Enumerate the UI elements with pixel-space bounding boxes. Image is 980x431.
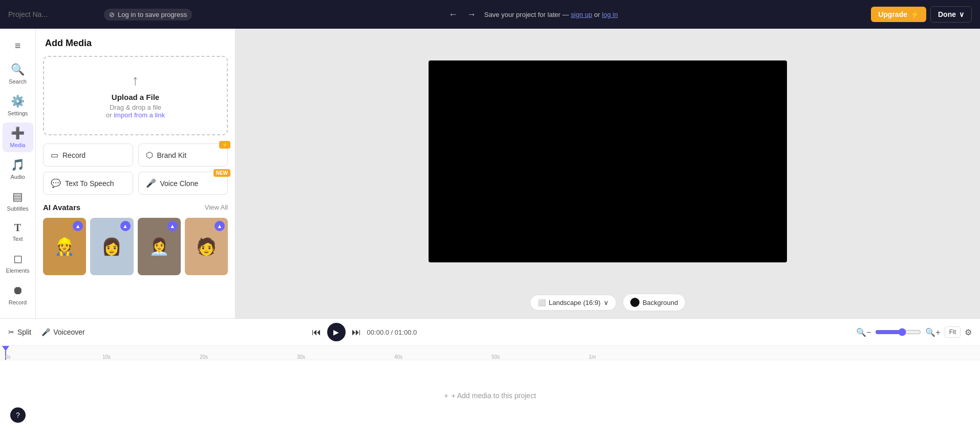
tick-20s: 20s [200,354,208,360]
sidebar-label-settings: Settings [8,110,28,116]
avatar-3-badge: ▲ [167,221,178,231]
help-button[interactable]: ? [10,407,26,423]
or-text: or [594,11,600,18]
upgrade-button[interactable]: Upgrade ⚡ [871,7,926,22]
current-time-value: 00:00.0 [367,329,389,336]
sidebar-item-media[interactable]: ➕ Media [3,122,33,152]
redo-button[interactable]: → [464,7,479,22]
fit-button[interactable]: Fit [945,326,961,338]
aspect-label: Landscape (16:9) [549,299,601,306]
upgrade-label: Upgrade [878,10,907,18]
canvas-preview [236,29,980,294]
plus-icon: + [444,392,448,400]
add-icon: ➕ [11,127,25,140]
sidebar-item-audio[interactable]: 🎵 Audio [3,154,33,184]
subtitles-icon: ▤ [12,190,23,203]
project-name-input[interactable] [8,10,98,18]
tick-0s: 0s [5,354,11,360]
log-in-link[interactable]: log in [602,11,618,18]
settings-icon: ⚙️ [11,95,25,108]
voice-clone-badge: NEW [214,169,230,177]
panel-title: Add Media [36,29,235,56]
text-to-speech-button[interactable]: 💬 Text To Speech [43,172,133,195]
aspect-ratio-button[interactable]: ⬜ Landscape (16:9) ∨ [530,295,616,311]
background-button[interactable]: Background [623,294,686,311]
tick-1m: 1m [589,354,596,360]
avatar-4-badge: ▲ [215,221,225,231]
voiceover-icon: 🎤 [41,328,50,336]
cloud-off-icon: ⊘ [109,11,115,18]
zoom-in-button[interactable]: 🔍+ [925,327,940,337]
sidebar-label-text: Text [12,236,23,242]
offline-label: Log in to save progress [118,11,187,18]
play-button[interactable]: ▶ [327,323,346,341]
add-media-hint[interactable]: + + Add media to this project [444,392,536,400]
upload-subtitle: Drag & drop a file or import from a link [54,104,217,119]
voiceover-button[interactable]: 🎤 Voiceover [41,328,84,336]
audio-icon: 🎵 [11,158,25,172]
timeline-ruler: 0s 10s 20s 30s 40s 50s 1m [0,346,980,360]
offline-badge[interactable]: ⊘ Log in to save progress [104,9,192,20]
avatar-2-badge: ▲ [120,221,131,231]
sign-up-link[interactable]: sign up [571,11,592,18]
timeline-toolbar: ✂ Split 🎤 Voiceover ⏮ ▶ ⏭ 00:00.0 / 01:0… [0,319,980,346]
sidebar-label-audio: Audio [10,174,25,180]
upload-zone[interactable]: ↑ Upload a File Drag & drop a file or im… [43,56,228,135]
record-icon: ⏺ [12,284,24,297]
split-button[interactable]: ✂ Split [8,328,31,336]
save-message: Save your project for later — sign up or… [484,11,618,18]
aspect-chevron-icon: ∨ [604,299,609,306]
sidebar-label-subtitles: Subtitles [7,206,28,212]
avatar-card-3[interactable]: 👩‍💼 ▲ [138,218,181,275]
sidebar-item-text[interactable]: T Text [3,218,33,246]
playhead-arrow [2,346,9,351]
brand-kit-label: Brand Kit [157,151,187,159]
sidebar-item-record[interactable]: ⏺ Record [3,280,33,310]
sidebar-item-search[interactable]: 🔍 Search [3,59,33,89]
record-btn-label: Record [62,151,86,159]
sidebar-item-elements[interactable]: ◻ Elements [3,248,33,278]
canvas-area: ⬜ Landscape (16:9) ∨ Background [236,29,980,318]
record-button[interactable]: ▭ Record [43,143,133,167]
topbar-right: Upgrade ⚡ Done ∨ [871,6,972,23]
zoom-out-button[interactable]: 🔍− [856,327,871,337]
hamburger-icon[interactable]: ≡ [10,35,26,57]
fast-forward-button[interactable]: ⏭ [350,325,363,340]
avatars-title: AI Avatars [43,203,80,212]
upload-icon: ↑ [54,72,217,89]
undo-redo-group: ← → [445,7,479,22]
sidebar-label-media: Media [10,142,26,148]
voiceover-label: Voiceover [53,328,84,336]
view-all-button[interactable]: View All [205,203,228,211]
import-link[interactable]: import from a link [114,111,165,119]
timeline-settings-button[interactable]: ⚙ [965,327,972,337]
media-buttons-grid: ▭ Record ⬡ Brand Kit ⚡ 💬 Text To Speech … [36,143,235,203]
search-icon: 🔍 [11,63,25,76]
split-label: Split [17,328,31,336]
time-sep: / [391,329,393,336]
zoom-controls: 🔍− 🔍+ Fit ⚙ [856,326,972,338]
done-button[interactable]: Done ∨ [930,6,972,23]
video-canvas [429,60,787,262]
timeline: ✂ Split 🎤 Voiceover ⏮ ▶ ⏭ 00:00.0 / 01:0… [0,318,980,431]
canvas-controls: ⬜ Landscape (16:9) ∨ Background [236,294,980,318]
avatars-section-header: AI Avatars View All [36,203,235,218]
playback-controls: ⏮ ▶ ⏭ 00:00.0 / 01:00.0 [310,323,417,341]
rewind-button[interactable]: ⏮ [310,325,323,340]
avatar-card-2[interactable]: 👩 ▲ [90,218,133,275]
tick-50s: 50s [492,354,500,360]
tick-40s: 40s [394,354,402,360]
background-color-swatch [630,298,640,307]
icon-sidebar: ≡ 🔍 Search ⚙️ Settings ➕ Media 🎵 Audio ▤… [0,29,36,318]
zoom-slider[interactable] [875,328,921,336]
sidebar-item-subtitles[interactable]: ▤ Subtitles [3,186,33,216]
upload-title: Upload a File [54,93,217,101]
avatar-card-1[interactable]: 👷 ▲ [43,218,86,275]
sidebar-item-settings[interactable]: ⚙️ Settings [3,91,33,120]
timeline-tracks[interactable]: + + Add media to this project [0,360,980,431]
undo-button[interactable]: ← [445,7,461,22]
add-media-text: + Add media to this project [451,392,536,400]
avatar-card-4[interactable]: 🧑 ▲ [185,218,228,275]
voice-clone-button[interactable]: 🎤 Voice Clone NEW [138,172,228,195]
brand-kit-button[interactable]: ⬡ Brand Kit ⚡ [138,143,228,167]
